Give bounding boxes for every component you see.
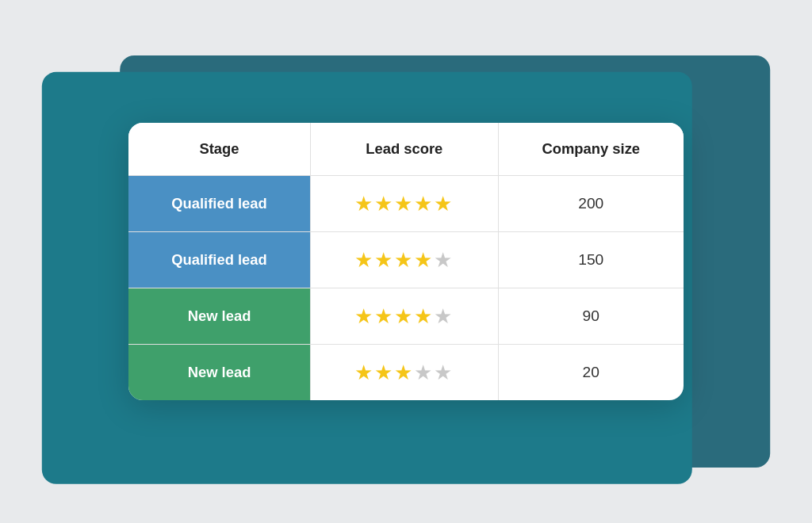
col-header-company-size: Company size bbox=[498, 123, 684, 176]
stage-cell: New lead bbox=[128, 288, 311, 345]
table-row: Qualified lead★★★★★150 bbox=[128, 232, 684, 288]
star-filled-icon: ★ bbox=[414, 193, 434, 215]
star-filled-icon: ★ bbox=[374, 249, 394, 271]
table-row: New lead★★★★★90 bbox=[128, 288, 684, 345]
star-filled-icon: ★ bbox=[354, 193, 374, 215]
star-filled-icon: ★ bbox=[394, 249, 414, 271]
stars-cell: ★★★★★ bbox=[311, 345, 499, 401]
company-size-cell: 150 bbox=[498, 232, 684, 288]
col-header-lead-score: Lead score bbox=[311, 123, 499, 176]
star-filled-icon: ★ bbox=[354, 305, 374, 327]
star-filled-icon: ★ bbox=[354, 361, 374, 384]
table-row: New lead★★★★★20 bbox=[128, 345, 684, 401]
star-filled-icon: ★ bbox=[394, 193, 414, 215]
star-filled-icon: ★ bbox=[374, 305, 394, 327]
star-empty-icon: ★ bbox=[434, 305, 454, 327]
star-filled-icon: ★ bbox=[434, 193, 454, 215]
stars-cell: ★★★★★ bbox=[311, 288, 499, 345]
star-filled-icon: ★ bbox=[394, 361, 414, 384]
company-size-cell: 200 bbox=[498, 176, 684, 232]
star-filled-icon: ★ bbox=[374, 361, 394, 384]
leads-table: Stage Lead score Company size Qualified … bbox=[128, 123, 684, 400]
stage-cell: New lead bbox=[128, 345, 311, 401]
star-filled-icon: ★ bbox=[374, 193, 394, 215]
stars-cell: ★★★★★ bbox=[311, 176, 499, 232]
star-empty-icon: ★ bbox=[434, 361, 454, 384]
stage-cell: Qualified lead bbox=[128, 232, 311, 288]
star-filled-icon: ★ bbox=[394, 305, 414, 327]
stars-cell: ★★★★★ bbox=[311, 232, 499, 288]
star-filled-icon: ★ bbox=[414, 305, 434, 327]
star-empty-icon: ★ bbox=[434, 249, 454, 271]
table-card: Stage Lead score Company size Qualified … bbox=[128, 123, 684, 400]
table-row: Qualified lead★★★★★200 bbox=[128, 176, 684, 232]
star-filled-icon: ★ bbox=[414, 249, 434, 271]
star-filled-icon: ★ bbox=[354, 249, 374, 271]
table-header-row: Stage Lead score Company size bbox=[128, 123, 684, 176]
star-empty-icon: ★ bbox=[414, 361, 434, 384]
stage-cell: Qualified lead bbox=[128, 176, 311, 232]
company-size-cell: 20 bbox=[498, 345, 684, 401]
company-size-cell: 90 bbox=[498, 288, 684, 345]
col-header-stage: Stage bbox=[128, 123, 311, 176]
